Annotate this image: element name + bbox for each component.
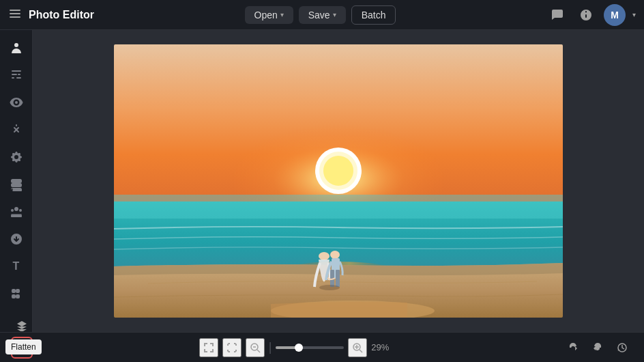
svg-rect-2 [10, 16, 20, 18]
flatten-tooltip: Flatten [5, 339, 42, 354]
undo-button[interactable] [562, 337, 584, 359]
zoom-divider: | [269, 340, 272, 354]
menu-icon[interactable] [8, 7, 22, 23]
sidebar: T [0, 30, 33, 332]
open-button[interactable]: Open ▾ [245, 6, 293, 24]
bottom-toolbar: Flatten [0, 332, 644, 362]
photo-canvas [114, 44, 563, 318]
sidebar-item-effects[interactable] [4, 145, 29, 169]
svg-line-32 [360, 350, 362, 352]
open-chevron-icon: ▾ [280, 11, 284, 18]
help-icon [579, 8, 593, 22]
svg-point-18 [319, 285, 340, 290]
zoom-controls: | 29% [199, 338, 396, 357]
tooltip-container: Flatten [5, 339, 42, 354]
svg-point-7 [323, 156, 353, 186]
layers-icon [16, 320, 27, 331]
shrink-icon [226, 342, 237, 353]
expand-button[interactable] [199, 338, 218, 357]
zoom-out-icon [250, 342, 261, 353]
svg-point-14 [330, 251, 340, 259]
sidebar-item-person[interactable] [4, 36, 29, 60]
help-icon-button[interactable] [575, 4, 597, 26]
save-chevron-icon: ▾ [333, 11, 336, 18]
shrink-button[interactable] [222, 338, 241, 357]
svg-point-13 [319, 252, 330, 260]
beach-scene-svg [114, 44, 563, 318]
app-title: Photo Editor [29, 9, 94, 21]
batch-button[interactable]: Batch [351, 5, 396, 25]
header-center: Open ▾ Save ▾ Batch [245, 5, 396, 25]
header-right: M ▾ [546, 4, 636, 26]
zoom-out-button[interactable] [246, 338, 265, 357]
svg-rect-10 [114, 201, 563, 219]
save-button[interactable]: Save ▾ [299, 6, 346, 24]
avatar[interactable]: M [604, 4, 626, 26]
zoom-in-icon [352, 342, 363, 353]
sidebar-item-layers[interactable] [4, 172, 29, 197]
svg-rect-0 [10, 10, 20, 11]
zoom-slider-thumb[interactable] [295, 344, 303, 352]
canvas-area [33, 30, 644, 332]
open-label: Open [254, 10, 278, 20]
save-label: Save [308, 10, 330, 20]
bottom-center: | 29% [199, 338, 396, 357]
text-icon: T [13, 260, 20, 273]
chat-icon-button[interactable] [546, 4, 568, 26]
bottom-right [562, 337, 633, 359]
beach-photo [114, 44, 563, 318]
main: T [0, 30, 644, 332]
sidebar-item-magic[interactable] [4, 117, 29, 142]
history-button[interactable] [611, 337, 633, 359]
sidebar-item-view[interactable] [4, 90, 29, 115]
redo-icon [592, 342, 603, 353]
svg-rect-17 [336, 270, 340, 287]
zoom-slider[interactable] [276, 346, 344, 349]
sidebar-item-adjustments[interactable] [4, 63, 29, 87]
zoom-percent: 29% [371, 342, 396, 352]
svg-line-28 [257, 350, 260, 352]
grid-button[interactable] [11, 359, 33, 363]
redo-button[interactable] [587, 337, 609, 359]
svg-rect-1 [10, 13, 20, 14]
expand-icon [203, 342, 214, 353]
zoom-in-button[interactable] [348, 338, 367, 357]
avatar-chevron-icon[interactable]: ▾ [632, 11, 636, 18]
sidebar-item-text[interactable]: T [4, 254, 29, 279]
header: Photo Editor Open ▾ Save ▾ Batch M ▾ [0, 0, 644, 30]
bottom-left: Flatten [11, 315, 33, 363]
sidebar-item-people[interactable] [4, 199, 29, 224]
header-left: Photo Editor [8, 7, 94, 23]
sidebar-item-stamp[interactable] [4, 281, 29, 306]
layers-button[interactable] [11, 315, 33, 337]
sidebar-item-export[interactable] [4, 227, 29, 251]
undo-icon [568, 342, 579, 353]
chat-icon [551, 8, 564, 22]
zoom-slider-fill [276, 346, 296, 349]
layers-area: Flatten [11, 315, 33, 363]
history-icon [617, 342, 628, 353]
